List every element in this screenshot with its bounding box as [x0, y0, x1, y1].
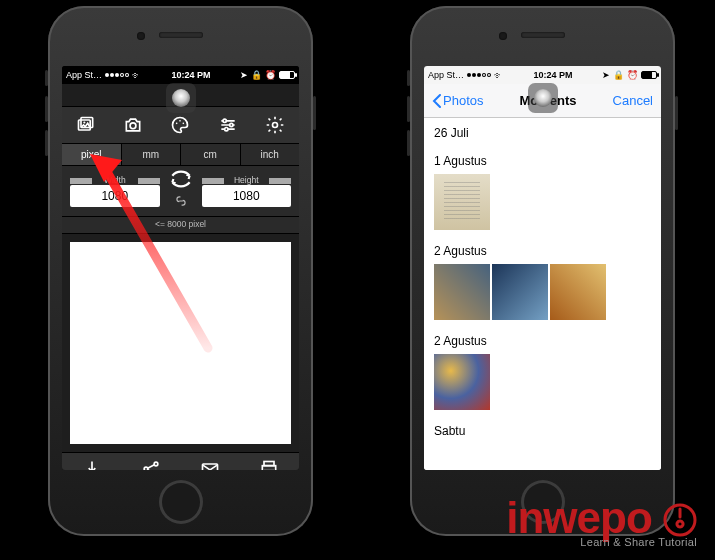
- back-to-app[interactable]: App St…: [66, 70, 102, 80]
- screen-left: App St… ᯤ 10:24 PM ➤ 🔒 ⏰: [62, 66, 299, 470]
- unit-inch[interactable]: inch: [241, 144, 300, 165]
- rotation-lock-icon: 🔒: [251, 70, 262, 80]
- home-button[interactable]: [159, 480, 203, 524]
- status-time: 10:24 PM: [142, 70, 240, 80]
- battery-icon: [641, 71, 657, 79]
- alarm-icon: ⏰: [265, 70, 276, 80]
- image-size-app: pixel mm cm inch Width: [62, 84, 299, 470]
- height-label: Height: [202, 175, 292, 185]
- lock-aspect-button[interactable]: [164, 194, 198, 212]
- svg-point-9: [225, 128, 228, 131]
- camera-button[interactable]: [122, 114, 144, 136]
- screen-right: App St… ᯤ 10:24 PM ➤ 🔒 ⏰ Photos Moments …: [424, 66, 661, 470]
- unit-cm[interactable]: cm: [181, 144, 241, 165]
- adjust-button[interactable]: [217, 114, 239, 136]
- download-button[interactable]: [82, 459, 102, 471]
- mail-button[interactable]: [200, 459, 220, 471]
- swap-dimensions-button[interactable]: [168, 174, 194, 191]
- svg-point-4: [176, 123, 178, 125]
- svg-point-8: [230, 123, 233, 126]
- section-header: 26 Juli: [424, 118, 661, 146]
- svg-point-2: [83, 121, 85, 123]
- blank-canvas[interactable]: [70, 242, 291, 444]
- dimension-row: Width Height: [62, 166, 299, 217]
- assistive-touch[interactable]: [166, 83, 196, 113]
- back-button[interactable]: Photos: [432, 93, 483, 108]
- photo-thumbnail[interactable]: [434, 174, 490, 230]
- max-size-hint: <= 8000 pixel: [62, 217, 299, 234]
- status-time: 10:24 PM: [504, 70, 602, 80]
- moments-list[interactable]: 26 Juli 1 Agustus 2 Agustus 2 Agustus Sa…: [424, 118, 661, 470]
- print-button[interactable]: [259, 459, 279, 471]
- back-to-app[interactable]: App St…: [428, 70, 464, 80]
- alarm-icon: ⏰: [627, 70, 638, 80]
- photo-thumbnail[interactable]: [434, 264, 490, 320]
- location-icon: ➤: [602, 70, 610, 80]
- battery-icon: [279, 71, 295, 79]
- unit-mm[interactable]: mm: [122, 144, 182, 165]
- photo-thumbnail[interactable]: [492, 264, 548, 320]
- share-button[interactable]: [141, 459, 161, 471]
- height-input[interactable]: [202, 185, 292, 207]
- photo-thumbnail[interactable]: [434, 354, 490, 410]
- wifi-icon: ᯤ: [132, 70, 142, 81]
- svg-point-3: [130, 123, 136, 129]
- wifi-icon: ᯤ: [494, 70, 504, 81]
- unit-pixel[interactable]: pixel: [62, 144, 122, 165]
- settings-button[interactable]: [264, 114, 286, 136]
- back-label: Photos: [443, 93, 483, 108]
- section-header: 2 Agustus: [424, 326, 661, 354]
- svg-point-12: [154, 462, 158, 466]
- bottom-toolbar: [62, 452, 299, 470]
- phone-frame-right: App St… ᯤ 10:24 PM ➤ 🔒 ⏰ Photos Moments …: [410, 6, 675, 536]
- svg-point-7: [223, 119, 226, 122]
- ios-statusbar: App St… ᯤ 10:24 PM ➤ 🔒 ⏰: [62, 66, 299, 84]
- section-header: 1 Agustus: [424, 146, 661, 174]
- unit-segmented[interactable]: pixel mm cm inch: [62, 144, 299, 166]
- canvas-area: [62, 234, 299, 452]
- width-label: Width: [70, 175, 160, 185]
- color-button[interactable]: [169, 114, 191, 136]
- svg-point-11: [144, 467, 148, 470]
- photos-app: Photos Moments Cancel 26 Juli 1 Agustus …: [424, 84, 661, 470]
- rotation-lock-icon: 🔒: [613, 70, 624, 80]
- assistive-touch[interactable]: [528, 83, 558, 113]
- chevron-left-icon: [432, 94, 441, 108]
- photo-thumbnail[interactable]: [550, 264, 606, 320]
- cancel-button[interactable]: Cancel: [613, 93, 653, 108]
- section-header: Sabtu: [424, 416, 661, 444]
- width-input[interactable]: [70, 185, 160, 207]
- svg-rect-16: [263, 465, 276, 470]
- brand-logo-icon: [663, 503, 697, 537]
- pick-image-button[interactable]: [75, 114, 97, 136]
- svg-point-6: [183, 123, 185, 125]
- section-header: 2 Agustus: [424, 236, 661, 264]
- svg-point-10: [273, 123, 278, 128]
- location-icon: ➤: [240, 70, 248, 80]
- phone-frame-left: App St… ᯤ 10:24 PM ➤ 🔒 ⏰: [48, 6, 313, 536]
- svg-point-5: [180, 120, 182, 122]
- ios-statusbar: App St… ᯤ 10:24 PM ➤ 🔒 ⏰: [424, 66, 661, 84]
- watermark: inwepo Learn & Share Tutorial: [506, 498, 697, 548]
